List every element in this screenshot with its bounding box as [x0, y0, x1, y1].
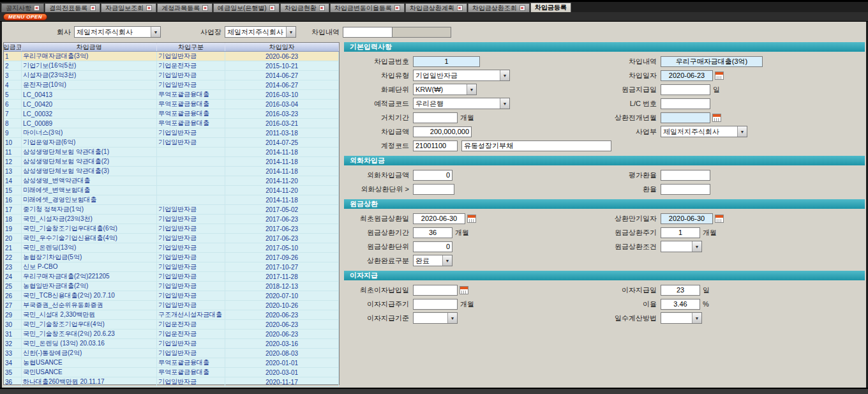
tab[interactable]: 차입금상환조회 ×: [468, 3, 530, 12]
loan-no-input[interactable]: [413, 56, 480, 67]
tab-close-icon[interactable]: ×: [146, 5, 152, 11]
table-row[interactable]: 6 LC_00420 무역포괄금융대출 2016-03-04: [4, 100, 339, 109]
loan-amount-input[interactable]: [413, 126, 472, 137]
table-row[interactable]: 27 부국증권_선순위유동화증권 기업일반자금 2020-10-26: [4, 301, 339, 310]
table-row[interactable]: 15 미래에셋_변액보험대출 2014-11-20: [4, 186, 339, 195]
table-row[interactable]: 5 LC_00413 무역포괄금융대출 2016-03-10: [4, 90, 339, 100]
table-row[interactable]: 29 국민_시설대 2,330백만원 구조개선시설자금대출 2020-06-23: [4, 310, 339, 320]
division-select[interactable]: 제일저지주식회사 ▼: [661, 126, 747, 137]
currency-select[interactable]: KRW(₩) ▼: [413, 84, 477, 95]
table-row[interactable]: 21 국민_온렌딩(13억) 기업일반자금 2017-05-10: [4, 243, 339, 253]
tab-close-icon[interactable]: ×: [394, 5, 400, 11]
principal-cycle-input[interactable]: [661, 227, 700, 238]
table-row[interactable]: 10 기업운영자금(6억) 기업일반자금 2014-07-25: [4, 138, 339, 148]
loan-detail-input[interactable]: [661, 56, 763, 67]
tab[interactable]: 차입금변동이율등록 ×: [330, 3, 405, 12]
tab[interactable]: 차입금상환계획 ×: [405, 3, 467, 12]
table-row[interactable]: 12 삼성생명단체보험 약관대출(2) 2014-11-18: [4, 157, 339, 167]
calendar-icon[interactable]: [467, 215, 476, 223]
table-row[interactable]: 22 농협장기차입금(5억) 기업일반자금 2017-09-26: [4, 253, 339, 262]
tab-close-icon[interactable]: ×: [202, 5, 208, 11]
tab[interactable]: 공지사항 ×: [1, 3, 44, 12]
deposit-code-select[interactable]: 우리은행 ▼: [413, 98, 510, 109]
table-row[interactable]: 36 하나대출260백만원 20.11.17 기업일반자금 2020-11-17: [4, 377, 339, 387]
table-row[interactable]: 20 국민_우수기술기업신용대출(4억) 기업일반자금 2017-06-23: [4, 234, 339, 243]
site-select[interactable]: 제일저지주식회사 ▼: [225, 26, 296, 38]
table-row[interactable]: 4 운전자금(10억) 기업일반자금 2014-06-27: [4, 80, 339, 90]
tab-close-icon[interactable]: ×: [269, 5, 275, 11]
table-row[interactable]: 30 국민_기술창조기업우대(4억) 기업운전자금 2020-06-23: [4, 320, 339, 330]
chevron-down-icon: ▼: [737, 126, 747, 137]
table-row[interactable]: 32 국민_온렌딩 (13억) 20.03.16 기업일반자금 2020-03-…: [4, 339, 339, 349]
tab[interactable]: 차입금현황 ×: [280, 3, 329, 12]
table-row[interactable]: 17 중기청 정책자금(1억) 기업일반자금 2017-05-02: [4, 205, 339, 215]
cell-loan-code: 2: [4, 61, 22, 70]
company-select[interactable]: 제일저지주식회사 ▼: [74, 26, 161, 38]
fx-unit-input[interactable]: [413, 184, 454, 195]
table-row[interactable]: 23 신보 P-CBO 기업일반자금 2017-10-27: [4, 262, 339, 272]
tab[interactable]: 결의전표등록 ×: [45, 3, 100, 12]
table-row[interactable]: 35 국민USANCE 무역포괄금융대출 2020-03-01: [4, 368, 339, 377]
tab-close-icon[interactable]: ×: [457, 5, 463, 11]
interest-pay-day-input[interactable]: [661, 285, 700, 296]
table-row[interactable]: 8 LC_00089 무역포괄금융대출 2016-03-21: [4, 119, 339, 128]
table-row[interactable]: 11 삼성생명단체보험 약관대출(1) 2014-11-18: [4, 148, 339, 157]
table-row[interactable]: 34 농협USANCE 무역포괄금융대출 2020-01-01: [4, 358, 339, 368]
eval-rate-input[interactable]: [661, 170, 710, 181]
redemption-ym-input[interactable]: [661, 112, 710, 123]
principal-unit-input[interactable]: [413, 241, 453, 252]
menu-open-button[interactable]: MENU OPEN: [3, 13, 47, 20]
first-principal-date-input[interactable]: [413, 213, 465, 224]
table-row[interactable]: 3 시설자금(23억3천) 기업일반자금 2014-06-27: [4, 71, 339, 80]
section-interest-header: 이자지급: [344, 271, 865, 280]
interest-basis-select[interactable]: ▼: [413, 312, 458, 324]
principal-period-input[interactable]: [413, 227, 453, 238]
table-row[interactable]: 25 농협일반자금대출(2억) 기업일반자금 2018-12-13: [4, 282, 339, 291]
loan-detail-search-display[interactable]: [393, 27, 451, 38]
tab[interactable]: 차입금등록: [530, 3, 571, 12]
table-row[interactable]: 1 우리구매자금대출(3억) 기업일반자금 2020-06-23: [4, 52, 339, 61]
calendar-icon[interactable]: [712, 114, 721, 122]
table-row[interactable]: 33 신한(-)통장예금(2억) 기업일반자금 2020-08-03: [4, 349, 339, 358]
table-row[interactable]: 18 국민_시설자금(23억3천) 기업일반자금 2017-06-23: [4, 215, 339, 224]
grace-period-input[interactable]: [413, 112, 458, 123]
tab[interactable]: 예금일보(은행별) ×: [213, 3, 280, 12]
calendar-icon[interactable]: [715, 72, 724, 80]
table-row[interactable]: 2 기업기보(16억5천) 기업운전자금 2015-10-21: [4, 61, 339, 71]
exchange-rate-input[interactable]: [661, 184, 710, 195]
table-row[interactable]: 19 국민_기술창조기업우대대출(6억) 기업일반자금 2017-06-23: [4, 224, 339, 234]
table-row[interactable]: 24 우리구매자금대출(2억)221205 기업일반자금 2017-11-28: [4, 272, 339, 282]
first-interest-date-input[interactable]: [413, 285, 458, 296]
table-row[interactable]: 7 LC_00032 무역포괄금융대출 2016-03-23: [4, 109, 339, 119]
tab[interactable]: 계정과목등록 ×: [157, 3, 213, 12]
day-count-select[interactable]: ▼: [661, 312, 702, 324]
table-row[interactable]: 14 삼성생명_변액약관대출 2014-11-20: [4, 176, 339, 186]
tab-close-icon[interactable]: ×: [34, 5, 40, 11]
interest-cycle-input[interactable]: [413, 299, 458, 310]
table-row[interactable]: 16 미래에셋_경영인보험대출 2014-11-18: [4, 195, 339, 205]
interest-rate-input[interactable]: [661, 299, 700, 310]
lc-no-input[interactable]: [661, 98, 710, 109]
tab-close-icon[interactable]: ×: [319, 5, 325, 11]
table-row[interactable]: 13 삼성생명단체보험 약관대출(3) 2014-11-18: [4, 167, 339, 176]
maturity-date-input[interactable]: [661, 213, 713, 224]
calendar-icon[interactable]: [715, 215, 724, 223]
loan-detail-search-input[interactable]: [343, 27, 393, 38]
tab-close-icon[interactable]: ×: [90, 5, 96, 11]
principal-condition-select[interactable]: ▼: [661, 241, 702, 252]
table-row[interactable]: 26 국민_TCB신용대출(2억) 20.7.10 기업일반자금 2020-07…: [4, 291, 339, 301]
table-row[interactable]: 31 국민_기술창조우대(2억) 20.6.23 기업운전자금 2020-06-…: [4, 330, 339, 339]
fx-amount-input[interactable]: [413, 170, 453, 181]
principal-pay-day-input[interactable]: [661, 84, 710, 95]
table-row[interactable]: 9 마이너스(3억) 기업일반자금 2011-03-18: [4, 128, 339, 138]
repay-complete-select[interactable]: 완료 ▼: [413, 255, 453, 266]
tab-bar: 공지사항 × 결의전표등록 × 자금일보조회 × 계정과목등록 × 예금일보(은…: [0, 2, 868, 12]
account-code-input[interactable]: [413, 140, 458, 151]
loan-type-select[interactable]: 기업일반자금 ▼: [413, 70, 510, 81]
tab[interactable]: 자금일보조회 ×: [101, 3, 156, 12]
account-name-input[interactable]: [461, 140, 611, 151]
cell-loan-name: 미래에셋_경영인보험대출: [22, 195, 157, 204]
loan-date-input[interactable]: [661, 70, 713, 81]
calendar-icon[interactable]: [460, 286, 468, 294]
tab-close-icon[interactable]: ×: [520, 5, 525, 11]
